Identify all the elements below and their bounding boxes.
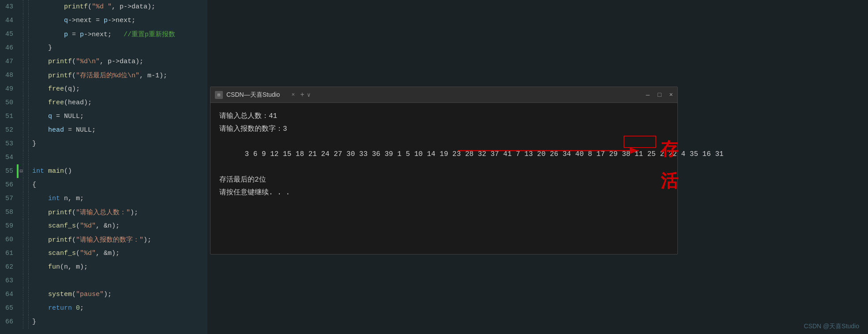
- indent-guide: [23, 55, 23, 68]
- indent-guide: [23, 0, 23, 14]
- token-fn: scanf_s: [48, 222, 76, 230]
- indent-guide-2: [28, 301, 29, 315]
- code-line-56: 56{: [0, 178, 207, 192]
- token-punc: (: [72, 209, 76, 216]
- line-number: 54: [0, 154, 17, 161]
- terminal-line-2: 请输入报数的数字：3: [219, 123, 669, 136]
- token-var: q: [48, 113, 52, 120]
- terminal-title-left: ⊞ CSDN—天喜Studio × + ∨: [215, 91, 311, 99]
- indent-guide-2: [28, 205, 29, 219]
- line-number: 64: [0, 291, 17, 298]
- code-content: scanf_s("%d", &m);: [30, 250, 120, 257]
- token-var: p: [64, 31, 68, 38]
- token-plain: ;: [80, 304, 84, 312]
- token-plain: (head);: [64, 99, 92, 106]
- line-number: 46: [0, 44, 17, 52]
- token-punc: (: [72, 72, 76, 80]
- token-fn: printf: [48, 209, 72, 216]
- code-content: free(q);: [30, 85, 80, 93]
- token-plain: }: [32, 140, 36, 148]
- token-plain: {: [32, 181, 36, 189]
- indent-guide-2: [28, 0, 29, 14]
- indent-guide-2: [28, 55, 29, 68]
- token-plain: (: [76, 222, 80, 230]
- line-number: 65: [0, 304, 17, 312]
- code-line-65: 65 return 0;: [0, 301, 207, 315]
- indent-guide-2: [28, 288, 29, 301]
- code-content: free(head);: [30, 99, 92, 106]
- code-line-46: 46 }: [0, 41, 207, 55]
- fold-icon: ⊟: [19, 168, 23, 175]
- token-var: p: [80, 31, 84, 38]
- code-editor: 43 printf("%d ", p->data);44 q->next = p…: [0, 0, 207, 334]
- terminal-window[interactable]: ⊞ CSDN—天喜Studio × + ∨ — □ × 请输入总人数：41 请输…: [210, 87, 678, 254]
- terminal-body: 请输入总人数：41 请输入报数的数字：3 3 6 9 12 15 18 21 2…: [210, 103, 677, 206]
- line-number: 59: [0, 222, 17, 230]
- token-punc: (: [88, 3, 92, 11]
- token-kw: return: [48, 304, 72, 312]
- token-plain: (n, m);: [60, 263, 88, 271]
- token-str: "pause": [76, 291, 104, 298]
- indent-guide: [23, 260, 23, 274]
- terminal-controls: — □ ×: [646, 91, 673, 99]
- token-fn: main: [48, 167, 64, 175]
- code-line-45: 45 p = p->next; //重置p重新报数: [0, 27, 207, 41]
- token-plain: [44, 167, 48, 175]
- token-fn: printf: [48, 72, 72, 80]
- indent-guide-2: [28, 274, 29, 288]
- token-plain: , m-1);: [139, 72, 167, 80]
- code-line-55: 55⊟int main(): [0, 164, 207, 178]
- indent-guide-2: [28, 137, 29, 151]
- terminal-tab-add[interactable]: +: [300, 91, 304, 99]
- code-content: }: [30, 140, 36, 148]
- code-content: head = NULL;: [30, 126, 96, 134]
- code-line-66: 66}: [0, 315, 207, 329]
- code-content: q->next = p->next;: [30, 17, 135, 24]
- token-str: "%d\n": [76, 58, 100, 65]
- indent-guide-2: [28, 260, 29, 274]
- token-fn: system: [48, 291, 72, 298]
- code-content: printf("存活最后的%d位\n", m-1);: [30, 71, 167, 80]
- maximize-button[interactable]: □: [658, 91, 661, 99]
- code-line-51: 51 q = NULL;: [0, 110, 207, 123]
- indent-guide: [23, 219, 23, 233]
- code-line-58: 58 printf("请输入总人数：");: [0, 205, 207, 219]
- token-plain: [72, 304, 76, 312]
- line-number: 43: [0, 3, 17, 11]
- line-number: 47: [0, 58, 17, 65]
- line-gutter: ⊟: [17, 164, 23, 178]
- indent-guide-2: [28, 123, 29, 137]
- indent-guide-2: [28, 247, 29, 260]
- line-number: 50: [0, 99, 17, 106]
- code-line-61: 61 scanf_s("%d", &m);: [0, 247, 207, 260]
- terminal-line-4: 存活最后的2位: [219, 174, 669, 186]
- token-plain: (): [64, 167, 72, 175]
- terminal-tab-chevron[interactable]: ∨: [307, 91, 311, 99]
- terminal-title: CSDN—天喜Studio: [226, 91, 280, 99]
- close-button[interactable]: ×: [669, 91, 673, 99]
- token-plain: (: [72, 291, 76, 298]
- indent-guide: [23, 315, 23, 329]
- token-str: "请输入报数的数字：": [76, 236, 143, 244]
- indent-guide-2: [28, 315, 29, 329]
- code-line-48: 48 printf("存活最后的%d位\n", m-1);: [0, 68, 207, 82]
- red-arrow: [458, 142, 643, 159]
- token-punc: , p->data);: [112, 3, 155, 11]
- token-kw: int: [48, 195, 60, 202]
- indent-guide: [23, 68, 23, 82]
- token-var: p: [104, 17, 108, 24]
- code-line-64: 64 system("pause");: [0, 288, 207, 301]
- token-str: "请输入总人数：": [76, 209, 130, 216]
- line-number: 45: [0, 30, 17, 38]
- terminal-tab-close[interactable]: ×: [289, 91, 297, 99]
- line-number: 48: [0, 72, 17, 79]
- token-fn: printf: [64, 3, 88, 11]
- token-plain: ->next =: [68, 17, 104, 24]
- indent-guide: [23, 27, 23, 41]
- indent-guide-2: [28, 110, 29, 123]
- indent-guide: [23, 192, 23, 205]
- code-content: q = NULL;: [30, 113, 84, 120]
- line-number: 58: [0, 209, 17, 216]
- token-str: "%d": [80, 222, 96, 230]
- minimize-button[interactable]: —: [646, 91, 650, 99]
